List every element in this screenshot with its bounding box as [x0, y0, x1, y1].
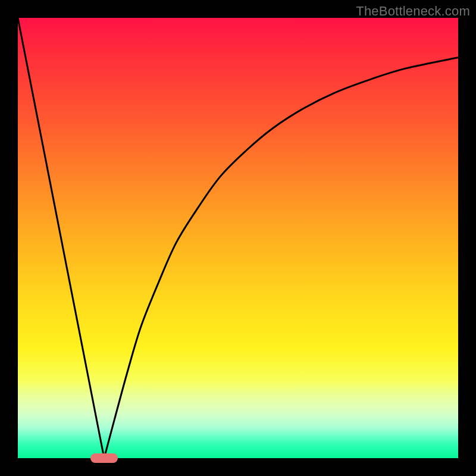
bottleneck-curve	[18, 18, 458, 458]
chart-frame: TheBottleneck.com	[0, 0, 476, 476]
minimum-marker	[90, 453, 118, 463]
curve-right-branch	[104, 58, 458, 458]
curve-left-branch	[18, 18, 104, 458]
watermark-text: TheBottleneck.com	[356, 4, 470, 19]
plot-area	[18, 18, 458, 458]
